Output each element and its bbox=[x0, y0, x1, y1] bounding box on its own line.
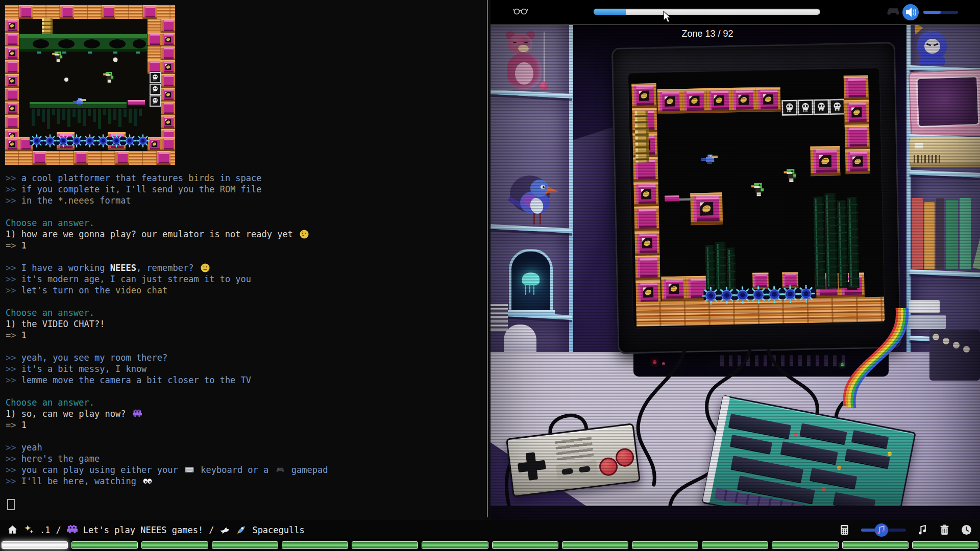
keyboard-icon bbox=[185, 465, 194, 477]
taskbar: .1/Let's play NEEES games!/Spacegulls bbox=[0, 520, 980, 539]
status-led bbox=[662, 362, 665, 365]
terminal-pane[interactable]: >> a cool platformer that features birds… bbox=[0, 0, 491, 520]
terminal-line: >> here's the game bbox=[6, 453, 328, 464]
terminal-line: >> yeah bbox=[6, 442, 328, 453]
shelf-board bbox=[910, 269, 980, 277]
game-thumbnail bbox=[5, 5, 175, 165]
volume-fill bbox=[923, 11, 941, 14]
app-window: >> a cool platformer that features birds… bbox=[0, 0, 980, 551]
terminal-scrollbar[interactable] bbox=[487, 0, 488, 517]
taskbar-left: .1/Let's play NEEES games!/Spacegulls bbox=[0, 524, 305, 535]
zone-segment bbox=[2, 541, 68, 549]
terminal-line: >> yeah, you see my room there? bbox=[6, 352, 328, 363]
mouse-cursor bbox=[663, 11, 671, 23]
alien-icon bbox=[133, 409, 142, 421]
home-icon[interactable] bbox=[7, 524, 18, 535]
terminal-line bbox=[6, 251, 328, 262]
terminal-line: 1) how are we gonna play? our emulator i… bbox=[6, 229, 328, 240]
trash-icon[interactable] bbox=[939, 524, 950, 535]
terminal-line: >> it's modern age, I can just stream it… bbox=[6, 273, 328, 285]
path-separator: / bbox=[56, 525, 61, 535]
game-title: Spacegulls bbox=[252, 525, 304, 535]
terminal-output: >> a cool platformer that features birds… bbox=[6, 172, 328, 509]
jellyfish-jar bbox=[509, 249, 552, 316]
desk-front-edge bbox=[491, 506, 980, 520]
terminal-line: => 1 bbox=[6, 330, 328, 341]
thumb-platform bbox=[19, 34, 147, 54]
volume-slider[interactable] bbox=[923, 11, 958, 14]
terminal-line bbox=[6, 386, 328, 397]
zone-segment bbox=[492, 541, 558, 549]
dove-icon bbox=[219, 524, 230, 535]
blue-bird bbox=[516, 180, 563, 231]
zone-segment bbox=[562, 541, 628, 549]
taskbar-right bbox=[839, 524, 972, 535]
zone-segment bbox=[772, 541, 838, 549]
right-shelf bbox=[906, 24, 980, 382]
terminal-line: >> a cool platformer that features birds… bbox=[6, 172, 328, 184]
terminal-line bbox=[6, 296, 328, 307]
music-slider-knob[interactable] bbox=[874, 523, 889, 537]
zone-progress-bar bbox=[0, 539, 980, 551]
terminal-line bbox=[6, 431, 328, 442]
zone-segment bbox=[212, 541, 278, 549]
zone-segment bbox=[141, 541, 208, 549]
rocket-icon bbox=[236, 524, 247, 535]
retro-computer bbox=[929, 330, 980, 381]
gamepad-icon bbox=[276, 465, 285, 477]
terminal-line: => 1 bbox=[6, 419, 328, 431]
terminal-line bbox=[6, 498, 328, 509]
terminal-line bbox=[6, 487, 328, 498]
eyes-icon bbox=[143, 477, 152, 488]
zone-segment bbox=[71, 541, 138, 549]
tv-game-screen bbox=[628, 68, 885, 328]
sparkles-icon bbox=[23, 524, 34, 535]
terminal-line: >> let's turn on the video chat bbox=[6, 285, 328, 296]
music-icon[interactable] bbox=[917, 524, 928, 535]
bookshelf bbox=[912, 194, 980, 269]
terminal-line: => 1 bbox=[6, 240, 328, 251]
spectator-glasses-icon bbox=[513, 7, 528, 18]
crt-tv bbox=[611, 42, 901, 354]
block-cursor-icon bbox=[7, 499, 15, 511]
stacked-papers bbox=[491, 304, 508, 332]
teddy-bear bbox=[500, 32, 553, 95]
zone-segment bbox=[352, 541, 418, 549]
workspace-label: .1 bbox=[40, 525, 50, 535]
stream-topbar bbox=[491, 0, 980, 25]
terminal-line: 1) the VIDEO CHAT?! bbox=[6, 318, 328, 330]
terminal-line: >> you can play using either your keyboa… bbox=[6, 464, 328, 475]
terminal-line: Choose an answer. bbox=[6, 217, 328, 229]
shelf-edge bbox=[569, 24, 573, 357]
calculator-icon[interactable] bbox=[839, 524, 850, 535]
terminal-line: >> it's a bit messy, I know bbox=[6, 363, 328, 374]
zone-segment bbox=[282, 541, 348, 549]
speaker-button[interactable] bbox=[902, 4, 919, 21]
zone-seek-fill bbox=[594, 9, 626, 15]
terminal-line: >> if you complete it, I'll send you the… bbox=[6, 184, 328, 195]
terminal-line: >> in the *.neees format bbox=[6, 195, 328, 206]
hooded-figurine bbox=[911, 27, 954, 66]
zone-segment bbox=[702, 541, 768, 549]
session-title: Let's play NEEES games! bbox=[83, 525, 203, 535]
small-boxes bbox=[909, 300, 946, 329]
terminal-line: >> I'll be here, watching bbox=[6, 475, 328, 487]
zone-progress-label: Zone 13 / 92 bbox=[669, 29, 746, 39]
terminal-line: 1) so, can we play now? bbox=[6, 408, 328, 419]
beige-console bbox=[910, 138, 980, 167]
terminal-line: Choose an answer. bbox=[6, 307, 328, 318]
white-gadget bbox=[504, 324, 536, 354]
zone-segment bbox=[632, 541, 698, 549]
alien-icon bbox=[67, 524, 78, 535]
green-led bbox=[841, 363, 844, 366]
left-shelf bbox=[491, 24, 573, 357]
zone-seek-bar[interactable] bbox=[594, 9, 820, 15]
music-volume-slider[interactable] bbox=[861, 529, 906, 532]
power-led bbox=[653, 360, 656, 364]
room-scene: Zone 13 / 92 bbox=[491, 24, 980, 520]
clock-icon[interactable] bbox=[961, 524, 972, 535]
terminal-line bbox=[6, 206, 328, 217]
path-separator: / bbox=[209, 525, 214, 535]
zone-segment bbox=[842, 541, 909, 549]
gamepad-icon bbox=[886, 7, 900, 16]
